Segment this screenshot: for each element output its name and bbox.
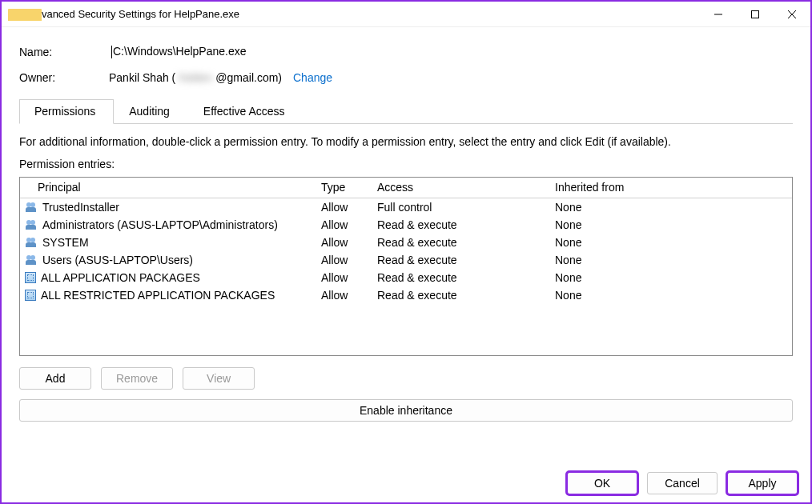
access-text: Read & execute	[377, 271, 555, 284]
table-row[interactable]: ALL RESTRICTED APPLICATION PACKAGESAllow…	[20, 286, 792, 304]
maximize-button[interactable]	[737, 2, 774, 27]
users-icon	[25, 202, 38, 212]
permission-grid[interactable]: Principal Type Access Inherited from Tru…	[19, 177, 793, 356]
table-row[interactable]: ALL APPLICATION PACKAGESAllowRead & exec…	[20, 269, 792, 286]
titlebar: Advanced Security Settings for HelpPane.…	[2, 2, 810, 27]
owner-label: Owner:	[19, 71, 109, 84]
inherited-text: None	[555, 254, 787, 266]
folder-icon	[8, 9, 22, 20]
name-value[interactable]: C:\Windows\HelpPane.exe	[109, 43, 249, 60]
inherited-text: None	[555, 201, 787, 214]
type-text: Allow	[321, 201, 377, 214]
close-button[interactable]	[774, 2, 810, 27]
col-type[interactable]: Type	[321, 181, 377, 194]
users-icon	[25, 255, 38, 265]
type-text: Allow	[321, 236, 377, 249]
principal-text: SYSTEM	[42, 236, 89, 249]
principal-text: ALL RESTRICTED APPLICATION PACKAGES	[41, 289, 275, 302]
ok-button[interactable]: OK	[567, 472, 637, 494]
table-row[interactable]: Administrators (ASUS-LAPTOP\Administrato…	[20, 216, 792, 234]
tab-auditing[interactable]: Auditing	[114, 99, 188, 124]
instruction-text: For additional information, double-click…	[19, 135, 793, 148]
principal-text: TrustedInstaller	[42, 201, 119, 214]
owner-value: Pankil Shah (hidden@gmail.com)	[109, 71, 282, 84]
view-button[interactable]: View	[183, 367, 255, 390]
access-text: Read & execute	[377, 289, 555, 302]
tab-permissions[interactable]: Permissions	[19, 99, 114, 124]
grid-header: Principal Type Access Inherited from	[20, 178, 792, 198]
table-row[interactable]: Users (ASUS-LAPTOP\Users)AllowRead & exe…	[20, 251, 792, 269]
table-row[interactable]: SYSTEMAllowRead & executeNone	[20, 234, 792, 251]
svg-rect-1	[752, 10, 759, 18]
apply-button[interactable]: Apply	[727, 472, 798, 494]
remove-button[interactable]: Remove	[101, 367, 173, 390]
table-row[interactable]: TrustedInstallerAllowFull controlNone	[20, 198, 792, 216]
package-icon	[25, 272, 36, 283]
tab-strip: Permissions Auditing Effective Access	[19, 98, 793, 124]
inherited-text: None	[555, 236, 787, 249]
principal-text: Users (ASUS-LAPTOP\Users)	[42, 254, 193, 266]
col-principal[interactable]: Principal	[25, 181, 321, 194]
access-text: Read & execute	[377, 254, 555, 266]
enable-inheritance-button[interactable]: Enable inheritance	[19, 399, 793, 422]
users-icon	[25, 238, 38, 247]
name-label: Name:	[19, 46, 109, 58]
minimize-button[interactable]	[700, 2, 737, 27]
package-icon	[25, 290, 36, 301]
principal-text: ALL APPLICATION PACKAGES	[41, 271, 200, 284]
inherited-text: None	[555, 218, 787, 231]
principal-text: Administrators (ASUS-LAPTOP\Administrato…	[42, 218, 278, 231]
add-button[interactable]: Add	[19, 367, 91, 390]
type-text: Allow	[321, 289, 377, 302]
inherited-text: None	[555, 289, 787, 302]
inherited-text: None	[555, 271, 787, 284]
type-text: Allow	[321, 218, 377, 231]
type-text: Allow	[321, 254, 377, 266]
col-inherited[interactable]: Inherited from	[555, 181, 787, 194]
cancel-button[interactable]: Cancel	[647, 472, 718, 494]
tab-effective-access[interactable]: Effective Access	[188, 99, 303, 124]
col-access[interactable]: Access	[377, 181, 555, 194]
change-owner-link[interactable]: Change	[293, 71, 332, 84]
window-title: Advanced Security Settings for HelpPane.…	[29, 8, 239, 20]
type-text: Allow	[321, 271, 377, 284]
access-text: Read & execute	[377, 236, 555, 249]
permission-entries-label: Permission entries:	[19, 158, 793, 170]
dialog-footer: OK Cancel Apply	[567, 472, 798, 494]
access-text: Full control	[377, 201, 555, 214]
access-text: Read & execute	[377, 218, 555, 231]
users-icon	[25, 220, 38, 230]
